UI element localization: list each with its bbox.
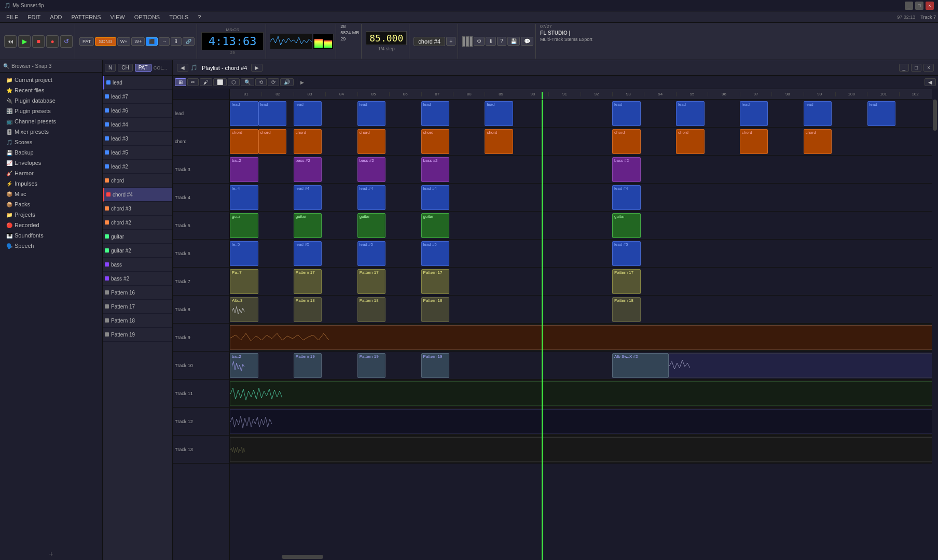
mixer-btn[interactable]: 🎚 [171,37,182,46]
pattern-block-chord-2[interactable]: chord [258,129,287,154]
menu-tools[interactable]: TOOLS [165,13,192,21]
add-folder-btn[interactable]: + [0,548,102,560]
pattern-block-lead-8[interactable]: lead [676,101,705,126]
notes-tab[interactable]: N [105,64,116,72]
pattern-item-guitar2[interactable]: guitar #2 [103,244,172,258]
back-btn[interactable]: ⟲ [255,78,267,86]
pattern-block-lead-2[interactable]: lead [258,101,287,126]
pattern-block-lead5-5[interactable]: lead #5 [612,241,641,266]
pencil-btn[interactable]: ✏ [187,78,199,86]
pattern-block-lead-3[interactable]: lead [294,101,322,126]
pattern-block-p19-3[interactable]: Pattern 19 [357,353,386,378]
pattern-block-lead-7[interactable]: lead [612,101,641,126]
pattern-block-lead-11[interactable]: lead [867,101,896,126]
ch-tab[interactable]: CH [118,64,132,72]
sidebar-item-envelopes[interactable]: 📈 Envelopes [0,158,102,168]
pattern-block-chord-10[interactable]: chord [804,129,832,154]
pattern-block-alb[interactable]: Alb Sw..X #2 [612,353,669,378]
playlist-prev-btn[interactable]: ◀ [177,64,188,72]
pattern-block-lead-5[interactable]: lead [421,101,450,126]
select-btn[interactable]: ⬡ [228,78,240,86]
pattern-block-chord-9[interactable]: chord [740,129,768,154]
sidebar-item-scores[interactable]: 🎵 Scores [0,137,102,147]
save-btn[interactable]: 💾 [507,37,520,46]
pattern-item-lead4[interactable]: lead #4 [103,118,172,132]
step-mode-btn[interactable]: W+ [117,37,131,46]
loop-btn[interactable]: ↺ [60,35,73,48]
track-row-7[interactable]: Pa..7 Pattern 17 Pattern 17 Pattern 17 P… [230,268,938,296]
grid-btn[interactable]: ⊞ [175,78,186,86]
pattern-item-lead[interactable]: lead [103,76,172,90]
track-row-12[interactable] [230,408,938,436]
pattern-block-bass-3[interactable]: bass #2 [357,157,386,182]
pattern-block-chord-6[interactable]: chord [485,129,513,154]
track-row-9[interactable] [230,324,938,352]
pattern-block-p18-1[interactable]: Alb..3 [230,297,258,322]
pattern-block-p18-4[interactable]: Pattern 18 [421,297,450,322]
track-row-8[interactable]: Alb..3 Pattern 18 Pattern 18 Pattern 18 … [230,296,938,324]
playlist-next-btn[interactable]: ▶ [251,64,263,72]
track-row-11[interactable] [230,380,938,408]
tracks-container[interactable]: lead lead lead lead lead lead lead lead … [230,100,938,560]
sidebar-item-projects[interactable]: 📁 Projects [0,209,102,220]
sidebar-item-speech[interactable]: 🗣️ Speech [0,241,102,251]
pattern-block-chord-3[interactable]: chord [294,129,322,154]
pattern-block-chord-1[interactable]: chord [230,129,258,154]
pattern-block-lead4-4[interactable]: lead #4 [421,185,450,210]
timeline-scroll[interactable]: 81 82 83 84 85 86 87 88 89 90 91 92 [230,89,938,560]
sidebar-item-plugin-presets[interactable]: 🎛️ Plugin presets [0,106,102,116]
pattern-item-guitar[interactable]: guitar [103,230,172,244]
track-row-10[interactable]: ba..2 Pattern 19 Pattern 19 Pattern 19 A… [230,352,938,380]
download-btn[interactable]: ⬇ [486,37,496,46]
pattern-item-pattern17[interactable]: Pattern 17 [103,300,172,314]
pattern-block-chord-4[interactable]: chord [357,129,386,154]
pattern-block-lead4-3[interactable]: lead #4 [357,185,386,210]
audio-block-12[interactable] [230,409,938,434]
menu-add[interactable]: ADD [46,13,66,21]
song-mode-btn[interactable]: SONG [95,37,116,46]
tempo-display[interactable]: 85.000 [366,31,407,45]
sidebar-item-backup[interactable]: 💾 Backup [0,147,102,158]
track-row-3[interactable]: ba..2 bass #2 bass #2 bass #2 bass #2 [230,156,938,184]
pattern-block-chord-7[interactable]: chord [612,129,641,154]
mix-btn[interactable]: ⬛ [146,37,158,46]
pattern-block-guitar-2[interactable]: guitar [294,213,322,238]
pattern-item-pattern18[interactable]: Pattern 18 [103,314,172,328]
sidebar-item-recorded[interactable]: 🔴 Recorded [0,220,102,230]
sidebar-item-impulses[interactable]: ⚡ Impulses [0,178,102,189]
pattern-block-p17-3[interactable]: Pattern 17 [357,269,386,294]
pattern-block-guitar-3[interactable]: guitar [357,213,386,238]
sidebar-item-packs[interactable]: 📦 Packs [0,199,102,209]
window-controls[interactable]: _ □ × [905,2,934,10]
menu-file[interactable]: FILE [2,13,22,21]
pat-tab[interactable]: PAT [135,64,151,72]
scrollbar-v[interactable] [932,89,938,560]
sidebar-item-soundfonts[interactable]: 🎹 Soundfonts [0,230,102,241]
audio-block-9[interactable] [230,325,938,350]
pattern-block-p18-3[interactable]: Pattern 18 [357,297,386,322]
question-btn[interactable]: ? [497,37,506,46]
track-row-4[interactable]: le..4 lead #4 lead #4 lead #4 lead #4 [230,184,938,212]
pattern-item-lead6[interactable]: lead #6 [103,104,172,118]
track-row-lead[interactable]: lead lead lead lead lead lead lead lead … [230,100,938,128]
sidebar-item-recent-files[interactable]: ⭐ Recent files [0,85,102,95]
pattern-block-guitar-5[interactable]: guitar [612,213,641,238]
chat-btn[interactable]: 💬 [521,37,533,46]
menu-view[interactable]: VIEW [106,13,129,21]
stop-btn[interactable]: ■ [32,35,45,48]
pattern-block-lead4-2[interactable]: lead #4 [294,185,322,210]
pattern-item-lead5[interactable]: lead #5 [103,146,172,160]
track-row-13[interactable] [230,436,938,464]
pattern-block-bass-2[interactable]: bass #2 [294,157,322,182]
playlist-close-btn[interactable]: × [923,64,934,72]
pattern-block-p17-5[interactable]: Pattern 17 [612,269,641,294]
pattern-block-p17-2[interactable]: Pattern 17 [294,269,322,294]
pattern-block-lead4-1[interactable]: le..4 [230,185,258,210]
arrow-btn[interactable]: → [159,37,170,46]
playlist-minimize-btn[interactable]: _ [899,64,909,72]
chord-up-btn[interactable]: + [446,37,456,46]
pattern-block-lead-4[interactable]: lead [357,101,386,126]
pattern-item-pattern19[interactable]: Pattern 19 [103,328,172,342]
sidebar-item-plugin-database[interactable]: 🔌 Plugin database [0,95,102,106]
track-row-5[interactable]: gu..r guitar guitar guitar guitar [230,212,938,240]
